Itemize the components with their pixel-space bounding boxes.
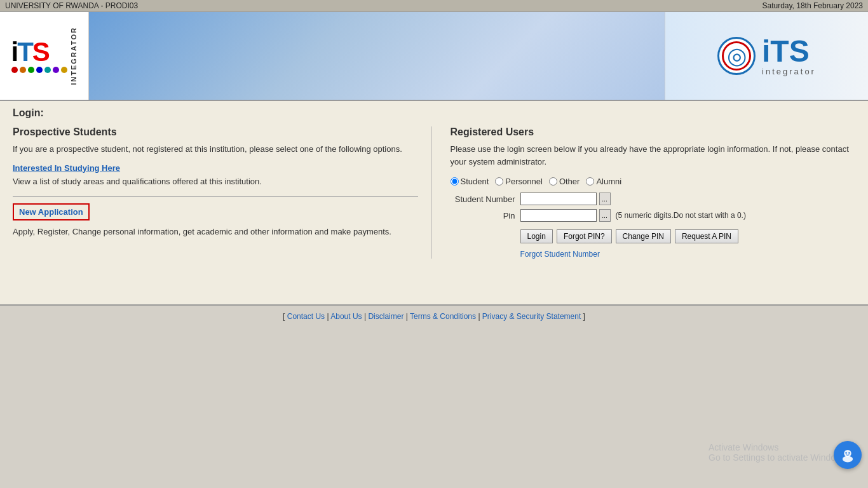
dot-blue [36,67,43,73]
radio-other[interactable] [549,177,557,186]
request-pin-button[interactable]: Request A PIN [675,229,738,243]
footer-link-about[interactable]: About Us [330,312,362,321]
registered-desc: Please use the login screen below if you… [451,143,856,168]
radio-personnel-label[interactable]: Personnel [495,177,543,186]
radio-personnel-text: Personnel [505,177,543,186]
dot-yellow [61,67,67,73]
radio-personnel[interactable] [495,177,503,186]
content-columns: Prospective Students If you are a prospe… [13,126,855,259]
prospective-title: Prospective Students [13,126,418,138]
registered-title: Registered Users [451,126,856,138]
svg-point-1 [843,456,853,463]
header-banner [89,12,665,100]
radio-alumni-text: Alumni [596,177,621,186]
main-content: Login: Prospective Students If you are a… [0,101,868,304]
its-dots [11,67,67,73]
divider [13,196,418,197]
logo-left: iTS INTEGRATOR [0,12,89,100]
its-right-big: iTS [762,36,816,67]
radio-other-label[interactable]: Other [549,177,580,186]
dot-red [11,67,18,73]
radio-row: Student Personnel Other Alumni [451,177,856,186]
footer-bracket-open: [ [283,312,287,321]
its-initials: iTS [11,39,49,65]
right-column: Registered Users Please use the login sc… [431,126,856,259]
win-activate-line2: Go to Settings to activate Windows. [709,452,849,463]
header: iTS INTEGRATOR iTS Integra [0,12,868,101]
forgot-student-number-link[interactable]: Forgot Student Number [520,250,856,259]
footer: [ Contact Us | About Us | Disclaimer | T… [0,304,868,327]
windows-activation: Activate Windows Go to Settings to activ… [709,442,849,463]
its-circle-icon [717,37,756,75]
date-display: Saturday, 18th February 2023 [762,1,863,10]
student-number-input[interactable] [520,193,597,205]
dot-purple [53,67,59,73]
university-title: UNIVERSITY OF RWANDA - PRODI03 [5,1,138,10]
footer-link-terms[interactable]: Terms & Conditions [410,312,476,321]
pin-row: Pin ... (5 numeric digits.Do not start w… [451,209,856,222]
footer-link-privacy[interactable]: Privacy & Security Statement [482,312,581,321]
its-logo-right: iTS Integrator [717,36,816,76]
its-right-text: iTS Integrator [762,36,816,76]
radio-alumni[interactable] [586,177,594,186]
forgot-pin-button[interactable]: Forgot PIN? [557,229,612,243]
chatbot-button[interactable] [834,441,862,469]
login-form: Student Number ... Pin ... (5 numeric di… [451,193,856,222]
pin-input-wrap: ... (5 numeric digits.Do not start with … [520,209,746,222]
svg-point-0 [844,450,851,457]
footer-bracket-close: ] [583,312,585,321]
prospective-desc: If you are a prospective student, not re… [13,143,418,156]
student-number-input-wrap: ... [520,193,611,205]
integrator-label: INTEGRATOR [70,27,78,85]
footer-link-contact[interactable]: Contact Us [287,312,325,321]
action-buttons: Login Forgot PIN? Change PIN Request A P… [520,229,856,243]
chatbot-icon [839,447,856,463]
student-number-ellipsis[interactable]: ... [599,193,611,205]
login-title: Login: [13,107,855,119]
pin-hint: (5 numeric digits.Do not start with a 0.… [616,211,746,220]
new-application-box[interactable]: New Application [13,203,90,220]
pin-input[interactable] [520,209,597,222]
dot-orange [20,67,26,73]
pin-label: Pin [451,211,520,220]
new-application-link[interactable]: New Application [19,207,83,217]
pin-ellipsis[interactable]: ... [599,209,611,222]
dot-green [28,67,34,73]
left-column: Prospective Students If you are a prospe… [13,126,431,259]
change-pin-button[interactable]: Change PIN [616,229,671,243]
footer-link-disclaimer[interactable]: Disclaimer [368,312,403,321]
radio-alumni-label[interactable]: Alumni [586,177,621,186]
radio-student[interactable] [451,177,459,186]
new-application-desc: Apply, Register, Change personal informa… [13,226,418,238]
radio-student-text: Student [461,177,489,186]
svg-point-2 [845,452,846,454]
svg-point-3 [848,452,850,454]
dot-cyan [44,67,51,73]
radio-student-label[interactable]: Student [451,177,489,186]
logo-right: iTS Integrator [665,12,868,100]
its-right-small: Integrator [762,67,816,76]
win-activate-line1: Activate Windows [709,442,849,452]
interested-desc: View a list of study areas and qualifica… [13,177,418,186]
login-button[interactable]: Login [520,229,553,243]
radio-other-text: Other [559,177,580,186]
student-number-label: Student Number [451,194,520,204]
its-logo-left: iTS INTEGRATOR [11,27,78,85]
student-number-row: Student Number ... [451,193,856,205]
interested-link[interactable]: Interested In Studying Here [13,163,120,173]
top-bar: UNIVERSITY OF RWANDA - PRODI03 Saturday,… [0,0,868,12]
